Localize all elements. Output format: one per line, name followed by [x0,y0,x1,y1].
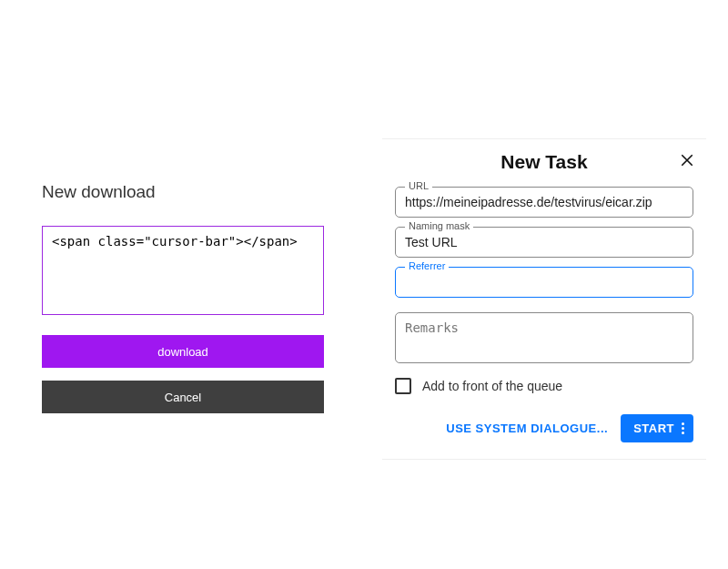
naming-mask-label: Naming mask [405,220,473,231]
close-icon[interactable] [677,150,697,170]
download-button[interactable]: download [42,335,324,368]
referrer-input[interactable] [396,268,693,297]
naming-mask-input[interactable] [396,228,693,257]
url-label: URL [405,180,432,191]
referrer-label: Referrer [405,260,449,271]
referrer-field[interactable]: Referrer [395,267,693,298]
new-download-panel: New download <span class="cursor-bar"></… [42,182,324,413]
new-download-title: New download [42,182,324,202]
queue-label: Add to front of the queue [422,379,562,393]
task-fields: URL Naming mask Referrer [382,187,706,363]
action-row: USE SYSTEM DIALOGUE... START [382,414,706,442]
new-task-title: New Task [500,151,587,173]
start-label: START [633,422,674,435]
url-input[interactable] [396,188,693,217]
naming-mask-field[interactable]: Naming mask [395,227,693,258]
new-task-panel: New Task URL Naming mask Referrer Add to… [382,138,706,460]
queue-row: Add to front of the queue [382,378,706,394]
remarks-field[interactable] [395,312,693,363]
url-field[interactable]: URL [395,187,693,218]
queue-checkbox[interactable] [395,378,411,394]
more-icon[interactable] [682,422,684,434]
new-task-header: New Task [382,147,706,178]
remarks-input[interactable] [396,313,693,362]
cancel-button[interactable]: Cancel [42,381,324,413]
start-button[interactable]: START [621,414,693,442]
system-dialogue-button[interactable]: USE SYSTEM DIALOGUE... [446,422,608,435]
download-url-input[interactable]: <span class="cursor-bar"></span> [42,226,324,315]
